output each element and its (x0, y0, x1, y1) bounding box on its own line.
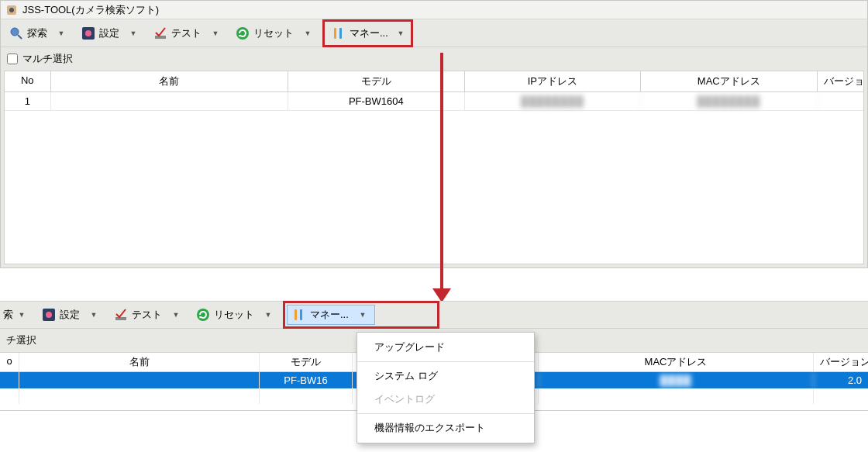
chevron-down-icon[interactable]: ▼ (356, 311, 370, 319)
test-button[interactable]: テスト (148, 23, 207, 43)
svg-rect-17 (300, 309, 302, 320)
col-mac[interactable]: MACアドレス (641, 71, 817, 91)
search-label-partial: 索 (3, 308, 13, 322)
svg-point-2 (11, 28, 19, 36)
chevron-down-icon[interactable]: ▼ (15, 311, 29, 319)
multi-select-label: マルチ選択 (22, 52, 73, 66)
svg-rect-10 (339, 28, 342, 39)
cell-model: PF-BW1604 (288, 92, 464, 110)
settings-label: 設定 (60, 308, 80, 322)
multi-select-label-partial: チ選択 (6, 333, 36, 347)
search-button[interactable]: 探索 (4, 23, 53, 43)
cell-name (19, 372, 260, 388)
svg-rect-16 (294, 309, 297, 320)
svg-rect-6 (155, 36, 166, 39)
chevron-down-icon[interactable]: ▼ (54, 29, 68, 37)
test-label: テスト (132, 308, 162, 322)
multi-select-checkbox[interactable] (7, 53, 18, 64)
manage-label: マネー... (350, 26, 388, 40)
col-ver[interactable]: バージョン (814, 353, 868, 371)
reset-label: リセット (214, 308, 254, 322)
menu-separator (357, 361, 534, 362)
titlebar: JSS-TOOL(カメラ検索ソフト) (1, 1, 867, 19)
svg-point-14 (197, 309, 209, 321)
reset-button[interactable]: リセット (230, 23, 299, 43)
menu-item-eventlog: イベントログ (357, 388, 534, 411)
toolbar-top: 探索 ▼ 設定 ▼ テスト ▼ リセット ▼ マネー... ▼ (1, 19, 867, 47)
table-row[interactable]: 1 PF-BW1604 ████████ ████████ (5, 92, 863, 111)
app-title: JSS-TOOL(カメラ検索ソフト) (22, 3, 159, 17)
results-grid: No 名前 モデル IPアドレス MACアドレス バージョン 1 PF-BW16… (4, 71, 864, 264)
svg-rect-9 (334, 28, 336, 39)
check-icon (153, 26, 167, 40)
chevron-down-icon[interactable]: ▼ (208, 29, 222, 37)
col-model[interactable]: モデル (288, 71, 464, 91)
manage-button-open[interactable]: マネー... ▼ (287, 305, 375, 325)
reset-label: リセット (253, 26, 294, 40)
svg-point-7 (236, 27, 249, 40)
toolbar-bottom: 索 ▼ 設定 ▼ テスト ▼ リセット ▼ マネー... ▼ (0, 301, 868, 329)
col-no[interactable]: o (0, 353, 19, 371)
cell-no (0, 372, 19, 388)
annotation-arrow-line (440, 53, 443, 293)
col-ver[interactable]: バージョン (818, 71, 863, 91)
manage-highlight-open: マネー... ▼ (283, 301, 439, 329)
gear-icon (81, 26, 95, 40)
chevron-down-icon[interactable]: ▼ (301, 29, 315, 37)
chevron-down-icon[interactable]: ▼ (169, 311, 183, 319)
menu-item-syslog[interactable]: システム ログ (357, 364, 534, 388)
reset-icon (236, 26, 250, 40)
gear-icon (42, 308, 56, 322)
tools-icon (332, 26, 346, 40)
cell-name (51, 92, 289, 110)
menu-separator (357, 413, 534, 414)
search-label: 探索 (27, 26, 47, 40)
chevron-down-icon[interactable]: ▼ (394, 29, 408, 37)
cell-ver (818, 92, 863, 110)
col-model[interactable]: モデル (260, 353, 353, 371)
cell-model: PF-BW16 (260, 372, 353, 388)
filterbar-top: マルチ選択 (1, 47, 867, 71)
svg-point-12 (46, 312, 52, 318)
manage-label: マネー... (310, 308, 349, 322)
manage-button[interactable]: マネー... (326, 23, 394, 43)
grid-header: No 名前 モデル IPアドレス MACアドレス バージョン (5, 71, 863, 92)
svg-rect-13 (115, 317, 126, 320)
col-ip[interactable]: IPアドレス (465, 71, 641, 91)
cell-mac: ████████ (641, 92, 817, 110)
chevron-down-icon[interactable]: ▼ (261, 311, 275, 319)
tools-icon (292, 308, 306, 322)
settings-label: 設定 (99, 26, 119, 40)
cell-ver: 2.0 (814, 372, 868, 388)
reset-icon (196, 308, 210, 322)
cell-no: 1 (5, 92, 51, 110)
manage-highlight: マネー... ▼ (322, 19, 413, 47)
col-name[interactable]: 名前 (19, 353, 260, 371)
search-icon (9, 26, 23, 40)
chevron-down-icon[interactable]: ▼ (87, 311, 101, 319)
menu-item-upgrade[interactable]: アップグレード (357, 336, 534, 359)
app-icon (5, 4, 18, 16)
test-label: テスト (171, 26, 202, 40)
check-icon (114, 308, 128, 322)
manage-dropdown: アップグレード システム ログ イベントログ 機器情報のエクスポート (356, 332, 535, 443)
settings-button[interactable]: 設定 (36, 305, 85, 325)
col-mac[interactable]: MACアドレス (539, 353, 814, 371)
svg-point-1 (9, 8, 14, 12)
col-no[interactable]: No (5, 71, 51, 91)
svg-point-5 (85, 30, 91, 36)
settings-button[interactable]: 設定 (76, 23, 125, 43)
col-name[interactable]: 名前 (51, 71, 289, 91)
test-button[interactable]: テスト (108, 305, 167, 325)
svg-line-3 (18, 35, 22, 39)
cell-mac-blur: ████ (539, 372, 814, 388)
cell-ip: ████████ (465, 92, 641, 110)
chevron-down-icon[interactable]: ▼ (126, 29, 140, 37)
menu-item-export[interactable]: 機器情報のエクスポート (357, 416, 534, 440)
reset-button[interactable]: リセット (191, 305, 260, 325)
